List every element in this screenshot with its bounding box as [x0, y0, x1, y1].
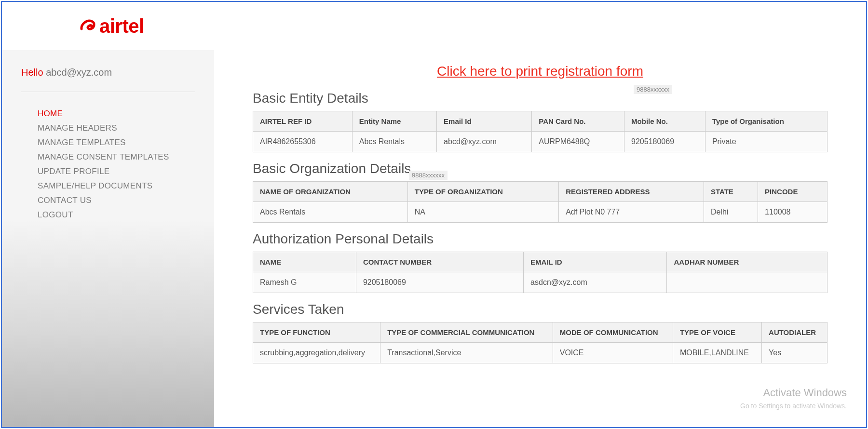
nav-contact-us[interactable]: CONTACT US: [38, 193, 195, 208]
print-link-wrap: Click here to print registration form: [253, 64, 827, 79]
nav-manage-consent-templates[interactable]: MANAGE CONSENT TEMPLATES: [38, 150, 195, 164]
td-state: Delhi: [704, 202, 758, 223]
table-row: AIR4862655306 Abcs Rentals abcd@xyz.com …: [253, 132, 827, 152]
td-reg-address: Adf Plot N0 777: [559, 202, 704, 223]
sidebar: Hello abcd@xyz.com HOME MANAGE HEADERS M…: [2, 50, 214, 427]
td-auth-aadhar: [667, 272, 827, 293]
th-reg-address: REGISTERED ADDRESS: [559, 182, 704, 202]
table-row: Abcs Rentals NA Adf Plot N0 777 Delhi 11…: [253, 202, 827, 223]
td-auth-name: Ramesh G: [253, 272, 356, 293]
th-autodialer: AUTODIALER: [762, 322, 827, 343]
airtel-swirl-icon: [79, 17, 96, 35]
nav-list: HOME MANAGE HEADERS MANAGE TEMPLATES MAN…: [21, 107, 195, 222]
td-comm-mode: VOICE: [553, 343, 673, 363]
td-pan-card: AURPM6488Q: [532, 132, 624, 152]
td-email-id: abcd@xyz.com: [437, 132, 532, 152]
table-row: scrubbing,aggregation,delivery Transacti…: [253, 343, 827, 363]
windows-watermark-sub: Go to Settings to activate Windows.: [740, 402, 847, 410]
td-org-type2: NA: [407, 202, 558, 223]
table-row: NAME OF ORGANIZATION TYPE OF ORGANIZATIO…: [253, 182, 827, 202]
th-comm-type: TYPE OF COMMERCIAL COMMUNICATION: [380, 322, 553, 343]
brand-logo: airtel: [79, 15, 144, 37]
th-auth-name: NAME: [253, 252, 356, 272]
auth-table: NAME CONTACT NUMBER EMAIL ID AADHAR NUMB…: [253, 252, 827, 293]
td-func-type: scrubbing,aggregation,delivery: [253, 343, 380, 363]
org-table: NAME OF ORGANIZATION TYPE OF ORGANIZATIO…: [253, 181, 827, 223]
th-entity-name: Entity Name: [352, 111, 436, 132]
main-content: Click here to print registration form 98…: [214, 50, 866, 427]
entity-table: AIRTEL REF ID Entity Name Email Id PAN C…: [253, 111, 827, 152]
td-entity-name: Abcs Rentals: [352, 132, 436, 152]
td-org-type: Private: [705, 132, 827, 152]
table-row: TYPE OF FUNCTION TYPE OF COMMERCIAL COMM…: [253, 322, 827, 343]
brand-name: airtel: [99, 15, 144, 37]
section-title-entity: Basic Entity Details: [253, 91, 827, 106]
td-mobile-no: 9205180069: [624, 132, 705, 152]
th-email-id: Email Id: [437, 111, 532, 132]
th-auth-email: EMAIL ID: [524, 252, 667, 272]
body-wrap: Hello abcd@xyz.com HOME MANAGE HEADERS M…: [2, 50, 866, 427]
nav-update-profile[interactable]: UPDATE PROFILE: [38, 164, 195, 179]
nav-home[interactable]: HOME: [38, 107, 195, 121]
td-comm-type: Transactional,Service: [380, 343, 553, 363]
user-email: abcd@xyz.com: [46, 67, 112, 78]
masked-number-overlay-2: 9888xxxxxx: [409, 171, 448, 180]
td-pincode: 110008: [758, 202, 827, 223]
section-title-auth: Authorization Personal Details: [253, 231, 827, 247]
table-row: Ramesh G 9205180069 asdcn@xyz.com: [253, 272, 827, 293]
th-func-type: TYPE OF FUNCTION: [253, 322, 380, 343]
th-state: STATE: [704, 182, 758, 202]
td-auth-contact: 9205180069: [356, 272, 523, 293]
section-title-services: Services Taken: [253, 302, 827, 317]
td-airtel-ref-id: AIR4862655306: [253, 132, 353, 152]
nav-logout[interactable]: LOGOUT: [38, 208, 195, 222]
hello-prefix: Hello: [21, 67, 43, 78]
th-auth-contact: CONTACT NUMBER: [356, 252, 523, 272]
th-auth-aadhar: AADHAR NUMBER: [667, 252, 827, 272]
services-table: TYPE OF FUNCTION TYPE OF COMMERCIAL COMM…: [253, 322, 827, 363]
table-row: AIRTEL REF ID Entity Name Email Id PAN C…: [253, 111, 827, 132]
th-pincode: PINCODE: [758, 182, 827, 202]
app-frame: airtel Hello abcd@xyz.com HOME MANAGE HE…: [1, 1, 867, 428]
td-org-name: Abcs Rentals: [253, 202, 408, 223]
th-pan-card: PAN Card No.: [532, 111, 624, 132]
th-org-type2: TYPE OF ORGANIZATION: [407, 182, 558, 202]
print-registration-link[interactable]: Click here to print registration form: [437, 64, 643, 79]
td-auth-email: asdcn@xyz.com: [524, 272, 667, 293]
th-mobile-no: Mobile No.: [624, 111, 705, 132]
th-voice-type: TYPE OF VOICE: [673, 322, 761, 343]
th-comm-mode: MODE OF COMMUNICATION: [553, 322, 673, 343]
section-title-org: Basic Organization Details: [253, 161, 827, 176]
th-org-name: NAME OF ORGANIZATION: [253, 182, 408, 202]
windows-watermark-title: Activate Windows: [763, 387, 847, 399]
table-row: NAME CONTACT NUMBER EMAIL ID AADHAR NUMB…: [253, 252, 827, 272]
td-voice-type: MOBILE,LANDLINE: [673, 343, 761, 363]
masked-number-overlay-1: 9888xxxxxx: [634, 85, 672, 94]
nav-sample-help-documents[interactable]: SAMPLE/HELP DOCUMENTS: [38, 179, 195, 193]
td-autodialer: Yes: [762, 343, 827, 363]
hello-line: Hello abcd@xyz.com: [21, 67, 195, 92]
header: airtel: [2, 2, 866, 50]
th-org-type: Type of Organisation: [705, 111, 827, 132]
nav-manage-templates[interactable]: MANAGE TEMPLATES: [38, 135, 195, 150]
th-airtel-ref-id: AIRTEL REF ID: [253, 111, 353, 132]
nav-manage-headers[interactable]: MANAGE HEADERS: [38, 121, 195, 135]
